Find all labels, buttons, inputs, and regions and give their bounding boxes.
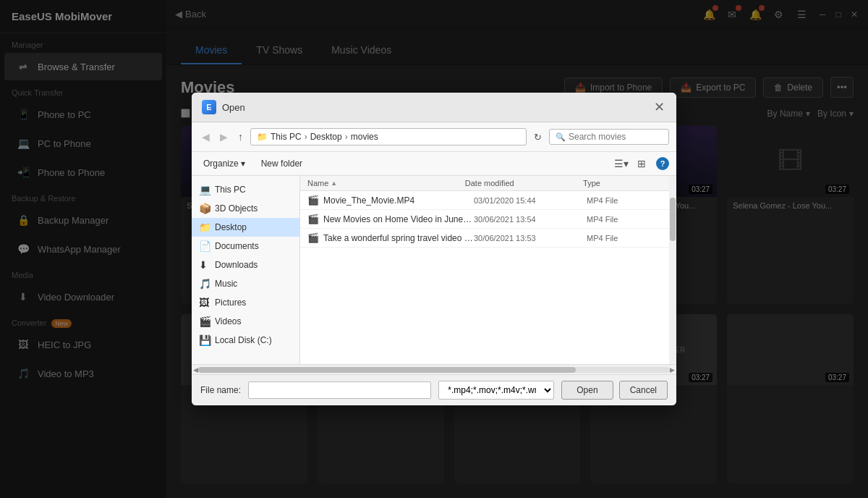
nav-forward-button[interactable]: ▶: [217, 130, 231, 144]
3d-objects-icon: 📦: [199, 203, 210, 214]
filename-input[interactable]: [248, 381, 431, 399]
file-type: MP4 File: [587, 234, 662, 242]
nav-back-button[interactable]: ◀: [199, 130, 213, 144]
cancel-button[interactable]: Cancel: [619, 381, 668, 400]
hscroll-thumb[interactable]: [198, 367, 576, 373]
tree-item-desktop[interactable]: 📁 Desktop: [192, 218, 299, 237]
view-grid-button[interactable]: ⊞: [634, 156, 649, 171]
search-box: 🔍: [549, 129, 669, 145]
pictures-icon: 🖼: [199, 297, 210, 308]
tree-item-local-disk[interactable]: 💾 Local Disk (C:): [192, 331, 299, 350]
new-folder-button[interactable]: New folder: [257, 156, 307, 171]
col-date[interactable]: Date modified: [465, 179, 583, 187]
dialog-app-icon: E: [202, 100, 216, 114]
dialog-address-bar: ◀ ▶ ↑ 📁 This PC › Desktop › movies ↻ 🔍: [192, 122, 676, 152]
dialog-body: 💻 This PC 📦 3D Objects 📁 Desktop 📄 Docum…: [192, 176, 676, 364]
col-name[interactable]: Name ▲: [307, 179, 465, 187]
open-button[interactable]: Open: [561, 381, 613, 400]
search-icon: 🔍: [556, 132, 566, 142]
file-icon: 🎬: [307, 214, 319, 224]
dialog-overlay: E Open ✕ ◀ ▶ ↑ 📁 This PC › Desktop › mov…: [0, 0, 868, 498]
organize-arrow: ▾: [241, 159, 245, 169]
search-input[interactable]: [569, 132, 663, 142]
tree-item-pictures[interactable]: 🖼 Pictures: [192, 293, 299, 312]
view-toggle-button[interactable]: ☰▾: [611, 156, 631, 171]
tree-item-documents[interactable]: 📄 Documents: [192, 237, 299, 256]
open-dialog: E Open ✕ ◀ ▶ ↑ 📁 This PC › Desktop › mov…: [192, 93, 676, 405]
organize-button[interactable]: Organize ▾: [199, 156, 250, 171]
scroll-track: [669, 176, 676, 364]
dialog-title-area: E Open: [202, 100, 245, 114]
breadcrumb-this-pc: This PC: [271, 132, 302, 142]
this-pc-icon: 💻: [199, 184, 210, 195]
tree-item-downloads[interactable]: ⬇ Downloads: [192, 256, 299, 274]
breadcrumb-desktop: Desktop: [310, 132, 342, 142]
col-type[interactable]: Type: [583, 179, 662, 187]
scroll-thumb[interactable]: [670, 198, 676, 241]
dialog-sidebar-tree: 💻 This PC 📦 3D Objects 📁 Desktop 📄 Docum…: [192, 176, 300, 364]
file-row[interactable]: 🎬 New Movies on Home Video in June 202..…: [300, 210, 669, 229]
dialog-file-list: Name ▲ Date modified Type 🎬 Movie_The_Mo…: [300, 176, 669, 364]
file-name: Movie_The_Movie.MP4: [323, 195, 474, 206]
help-button[interactable]: ?: [656, 157, 669, 170]
breadcrumb-arrow-1: ›: [305, 132, 307, 142]
disk-icon: 💾: [199, 334, 210, 346]
dialog-footer: File name: *.mp4;*.mov;*.m4v;*.wmv;*.rm …: [192, 374, 676, 405]
file-name: New Movies on Home Video in June 202...: [323, 214, 474, 224]
hscroll-left-arrow[interactable]: ◀: [193, 366, 198, 374]
tree-item-this-pc[interactable]: 💻 This PC: [192, 180, 299, 199]
tree-item-music[interactable]: 🎵 Music: [192, 274, 299, 293]
dialog-close-button[interactable]: ✕: [652, 101, 666, 114]
hscroll-track: [198, 367, 670, 373]
tree-item-videos[interactable]: 🎬 Videos: [192, 312, 299, 331]
tree-item-3d-objects[interactable]: 📦 3D Objects: [192, 199, 299, 218]
file-name: Take a wonderful spring travel video wit…: [323, 233, 474, 243]
filename-label: File name:: [200, 385, 241, 395]
horizontal-scrollbar[interactable]: ◀ ▶: [192, 364, 676, 374]
file-date: 30/06/2021 13:53: [474, 234, 587, 242]
file-row[interactable]: 🎬 Movie_The_Movie.MP4 03/01/2020 15:44 M…: [300, 191, 669, 210]
filetype-select[interactable]: *.mp4;*.mov;*.m4v;*.wmv;*.rm: [438, 381, 554, 400]
breadcrumb[interactable]: 📁 This PC › Desktop › movies: [250, 128, 527, 145]
dialog-footer-buttons: Open Cancel: [561, 381, 668, 400]
breadcrumb-movies: movies: [351, 132, 378, 142]
folder-icon: 📁: [257, 132, 268, 142]
music-icon: 🎵: [199, 278, 210, 290]
file-type: MP4 File: [587, 215, 662, 224]
refresh-button[interactable]: ↻: [531, 130, 545, 144]
nav-up-button[interactable]: ↑: [235, 130, 246, 144]
hscroll-right-arrow[interactable]: ▶: [670, 366, 675, 374]
file-row[interactable]: 🎬 Take a wonderful spring travel video w…: [300, 229, 669, 248]
file-date: 03/01/2020 15:44: [474, 196, 587, 205]
file-list-header: Name ▲ Date modified Type: [300, 176, 669, 191]
documents-icon: 📄: [199, 240, 210, 252]
file-type: MP4 File: [587, 196, 662, 205]
dialog-title: Open: [222, 102, 245, 113]
videos-icon: 🎬: [199, 316, 210, 327]
dialog-toolbar: Organize ▾ New folder ☰▾ ⊞ ?: [192, 152, 676, 176]
dialog-header: E Open ✕: [192, 93, 676, 122]
view-buttons: ☰▾ ⊞: [611, 156, 649, 171]
file-date: 30/06/2021 13:54: [474, 215, 587, 224]
col-sort-arrow: ▲: [331, 180, 337, 187]
desktop-icon: 📁: [199, 221, 210, 233]
vertical-scrollbar[interactable]: [669, 176, 676, 364]
file-icon: 🎬: [307, 232, 319, 243]
breadcrumb-arrow-2: ›: [345, 132, 348, 142]
file-icon: 🎬: [307, 195, 319, 206]
downloads-icon: ⬇: [199, 259, 210, 271]
